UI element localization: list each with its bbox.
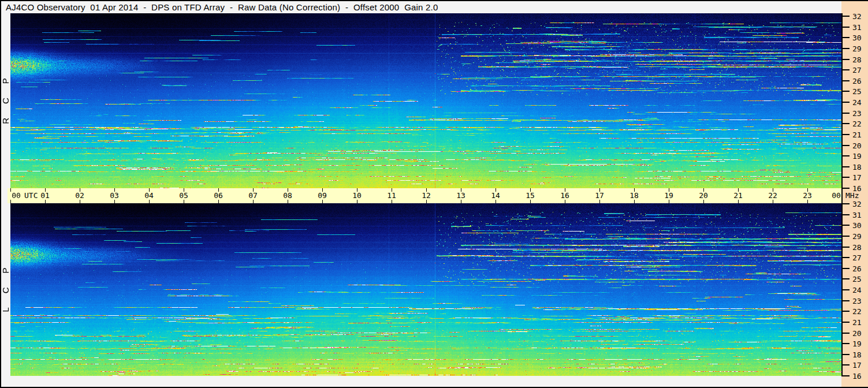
hour-tick — [114, 200, 115, 203]
freq-tick-label: 28 — [852, 55, 867, 63]
hour-tick-label: 06 — [214, 192, 223, 200]
freq-tick — [841, 268, 850, 269]
hour-tick-label: 08 — [283, 192, 292, 200]
freq-tick — [841, 59, 850, 60]
freq-tick — [841, 37, 850, 38]
freq-tick — [841, 177, 850, 178]
hour-tick — [461, 200, 461, 203]
hour-tick — [322, 200, 323, 203]
freq-tick-label: 29 — [852, 44, 867, 52]
freq-tick-label: 25 — [852, 275, 867, 283]
hour-tick — [184, 200, 184, 203]
hour-tick — [392, 200, 392, 203]
freq-tick-label: 24 — [852, 286, 867, 294]
rcp-polarization-label: RCP — [1, 66, 11, 136]
hour-tick — [773, 200, 773, 203]
hour-tick — [10, 200, 11, 203]
hour-tick-label: 23 — [803, 192, 812, 200]
freq-tick — [841, 69, 850, 70]
freq-unit-label: MHz — [845, 192, 859, 200]
hour-tick-label: 19 — [664, 192, 673, 200]
hour-tick-label: 00 — [832, 192, 841, 200]
freq-tick — [841, 27, 850, 28]
freq-tick — [841, 289, 850, 290]
title-bar: AJ4CO Observatory 01 Apr 2014 - DPS on T… — [1, 1, 841, 13]
hour-tick-label: 20 — [699, 192, 708, 200]
spectrogram-lcp — [10, 203, 842, 376]
hour-tick-label: 16 — [560, 192, 569, 200]
freq-tick-label: 29 — [852, 232, 867, 240]
freq-tick — [841, 300, 850, 301]
freq-tick-label: 21 — [852, 318, 867, 326]
freq-tick — [841, 257, 850, 258]
freq-tick — [841, 91, 850, 92]
hour-tick — [807, 200, 808, 203]
spectrogram-rcp — [10, 13, 842, 188]
freq-tick — [841, 311, 850, 312]
hour-tick-label: 04 — [144, 192, 154, 200]
freq-tick-label: 20 — [852, 329, 867, 337]
freq-tick — [841, 247, 850, 248]
freq-tick — [841, 375, 850, 376]
hour-tick — [10, 188, 11, 192]
hour-tick — [565, 200, 565, 203]
hour-tick-label: 13 — [456, 192, 465, 200]
hour-tick — [288, 200, 288, 203]
freq-tick-label: 31 — [852, 211, 867, 218]
freq-tick-label: 32 — [852, 13, 867, 20]
hour-tick — [634, 200, 635, 203]
freq-tick-label: 17 — [852, 361, 867, 369]
freq-tick — [841, 48, 850, 49]
freq-tick — [841, 123, 850, 124]
freq-tick — [841, 155, 850, 156]
freq-tick — [841, 278, 850, 279]
freq-tick — [841, 364, 850, 365]
stage: AJ4CO Observatory 01 Apr 2014 - DPS on T… — [1, 1, 867, 387]
freq-tick — [841, 322, 850, 323]
freq-tick-label: 23 — [852, 109, 867, 117]
hour-tick — [149, 200, 150, 203]
hour-tick-label: 15 — [526, 192, 535, 200]
freq-tick-label: 25 — [852, 88, 867, 95]
hour-tick — [496, 200, 496, 203]
freq-tick-label: 30 — [852, 222, 867, 229]
freq-tick — [841, 214, 850, 215]
hour-tick-label: 12 — [422, 192, 431, 200]
freq-tick-label: 19 — [852, 152, 867, 160]
hour-tick-label: 01 — [40, 192, 50, 200]
hour-tick-label: 10 — [352, 192, 362, 200]
hour-tick — [738, 200, 739, 203]
freq-tick-label: 24 — [852, 99, 867, 106]
hour-tick-label: 03 — [110, 192, 119, 200]
freq-tick — [841, 166, 850, 167]
spectrograph-window: AJ4CO Observatory 01 Apr 2014 - DPS on T… — [0, 0, 868, 388]
lcp-polarization-label: LCP — [1, 255, 11, 324]
freq-tick-label: 17 — [852, 174, 867, 181]
hour-tick — [80, 200, 80, 203]
hour-tick-label: 22 — [768, 192, 777, 200]
freq-tick-label: 30 — [852, 34, 867, 42]
hour-tick — [218, 200, 219, 203]
hour-tick-label: 11 — [387, 192, 396, 200]
freq-tick-label: 32 — [852, 200, 867, 208]
freq-tick-label: 22 — [852, 120, 867, 128]
page-title: AJ4CO Observatory 01 Apr 2014 - DPS on T… — [6, 2, 438, 12]
hour-tick — [45, 200, 46, 203]
freq-tick-label: 21 — [852, 130, 867, 138]
hour-tick-label: 00 — [12, 192, 21, 200]
freq-tick — [841, 16, 850, 17]
freq-tick-label: 27 — [852, 254, 867, 262]
freq-tick-label: 26 — [852, 264, 867, 272]
hour-tick-label: 05 — [179, 192, 188, 200]
freq-tick-label: 18 — [852, 350, 867, 358]
hour-tick-label: 21 — [733, 192, 743, 200]
hour-tick — [426, 200, 427, 203]
freq-tick-label: 26 — [852, 77, 867, 84]
freq-tick — [841, 80, 850, 81]
hour-tick-label: 02 — [75, 192, 84, 200]
freq-tick — [841, 188, 850, 189]
hour-tick-label: 17 — [595, 192, 604, 200]
freq-tick-label: 28 — [852, 243, 867, 251]
freq-tick — [841, 236, 850, 237]
freq-tick-label: 27 — [852, 66, 867, 74]
